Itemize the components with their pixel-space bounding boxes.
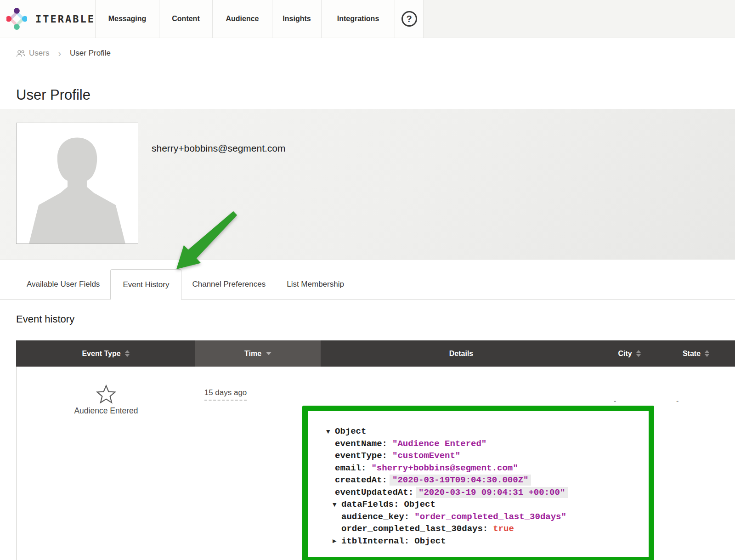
- json-row: audience_key: "order_completed_last_30da…: [326, 511, 642, 523]
- column-header-label: Details: [449, 350, 473, 358]
- json-row: createdAt: "2020-03-19T09:04:30.000Z": [326, 474, 642, 486]
- iterable-diamond-icon: [6, 4, 27, 34]
- user-email: sherry+bobbins@segment.com: [152, 143, 286, 259]
- column-header-city[interactable]: City: [602, 340, 657, 367]
- json-key: eventType:: [335, 451, 387, 461]
- nav-item-integrations[interactable]: Integrations: [322, 0, 395, 38]
- nav-item-insights[interactable]: Insights: [272, 0, 322, 38]
- event-type-label: Audience Entered: [74, 406, 138, 416]
- breadcrumb: Users › User Profile: [16, 48, 735, 58]
- nav-item-label: Audience: [226, 15, 259, 23]
- profile-tabs: Available User Fields Event History Chan…: [0, 269, 735, 300]
- json-tree: ▼ Object eventName: "Audience Entered" e…: [326, 425, 642, 547]
- event-history-table: Event Type Time Details City State: [16, 340, 735, 560]
- json-row: eventType: "customEvent": [326, 450, 642, 462]
- column-header-label: Time: [244, 350, 261, 358]
- tab-list-membership[interactable]: List Membership: [276, 269, 355, 299]
- json-value: "2020-03-19 09:04:31 +00:00": [416, 487, 568, 498]
- brand-logo[interactable]: ITERABLE: [0, 0, 96, 38]
- tab-label: Channel Preferences: [192, 280, 266, 289]
- json-key: createdAt:: [335, 475, 387, 485]
- details-json-annotation-box: ▼ Object eventName: "Audience Entered" e…: [302, 406, 654, 560]
- tab-channel-preferences[interactable]: Channel Preferences: [181, 269, 276, 299]
- nav-item-audience[interactable]: Audience: [213, 0, 272, 38]
- nav-item-content[interactable]: Content: [159, 0, 213, 38]
- column-header-event-type[interactable]: Event Type: [16, 340, 195, 367]
- sort-arrows-icon: [636, 350, 641, 357]
- help-button[interactable]: ?: [395, 0, 424, 38]
- tab-available-user-fields[interactable]: Available User Fields: [16, 269, 110, 299]
- brand-wordmark: ITERABLE: [35, 13, 95, 25]
- nav-item-messaging[interactable]: Messaging: [96, 0, 159, 38]
- nav-item-label: Integrations: [337, 15, 379, 23]
- sorted-desc-icon: [266, 352, 271, 355]
- json-row: email: "sherry+bobbins@segment.com": [326, 462, 642, 475]
- tab-event-history[interactable]: Event History: [110, 269, 181, 300]
- users-icon: [16, 50, 25, 57]
- expander-triangle-icon[interactable]: ▶: [333, 538, 341, 543]
- question-mark-icon: ?: [401, 11, 417, 27]
- column-header-label: Event Type: [82, 350, 120, 358]
- json-row: eventUpdatedAt: "2020-03-19 09:04:31 +00…: [326, 486, 642, 499]
- table-header: Event Type Time Details City State: [16, 340, 735, 367]
- state-cell: -: [676, 397, 678, 405]
- event-type-cell: Audience Entered: [17, 384, 196, 416]
- page-title: User Profile: [16, 86, 735, 104]
- json-value: "sherry+bobbins@segment.com": [371, 463, 518, 473]
- profile-summary-band: sherry+bobbins@segment.com: [0, 109, 735, 260]
- nav-filler: [424, 0, 735, 38]
- tab-label: List Membership: [287, 280, 344, 289]
- json-key: itblInternal:: [341, 536, 409, 546]
- json-row: ▼ Object: [326, 425, 642, 438]
- breadcrumb-users-link[interactable]: Users: [16, 49, 49, 58]
- nav-item-label: Content: [172, 15, 199, 23]
- tab-label: Available User Fields: [27, 280, 100, 289]
- expander-triangle-icon[interactable]: ▼: [333, 502, 341, 507]
- expander-triangle-icon[interactable]: ▼: [326, 429, 335, 434]
- column-header-label: City: [618, 350, 632, 358]
- json-value: Object: [404, 499, 435, 509]
- avatar-silhouette-icon: [17, 123, 138, 243]
- sort-arrows-icon: [705, 350, 709, 357]
- json-row: ▶ itblInternal: Object: [326, 535, 642, 548]
- column-header-state[interactable]: State: [657, 340, 735, 367]
- avatar: [16, 123, 138, 244]
- json-value: "Audience Entered": [392, 439, 486, 449]
- json-key: email:: [335, 463, 366, 473]
- json-value: Object: [335, 426, 366, 436]
- json-value: "order_completed_last_30days": [414, 512, 566, 522]
- nav-items: Messaging Content Audience Insights Inte…: [96, 0, 395, 38]
- json-row: eventName: "Audience Entered": [326, 438, 642, 450]
- column-header-time[interactable]: Time: [195, 340, 321, 367]
- relative-time[interactable]: 15 days ago: [204, 388, 247, 401]
- section-heading: Event history: [16, 312, 735, 326]
- json-row: order_completed_last_30days: true: [326, 523, 642, 535]
- table-row: Audience Entered 15 days ago - - ▼ Objec…: [16, 367, 735, 560]
- breadcrumb-users-label: Users: [29, 49, 49, 58]
- city-cell: -: [614, 397, 616, 405]
- json-key: eventUpdatedAt:: [335, 487, 413, 498]
- nav-item-label: Insights: [283, 15, 311, 23]
- json-value: "2020-03-19T09:04:30.000Z": [390, 475, 531, 486]
- top-nav: ITERABLE Messaging Content Audience Insi…: [0, 0, 735, 38]
- json-key: eventName:: [335, 439, 387, 449]
- column-header-details: Details: [321, 340, 602, 367]
- star-icon: [96, 384, 117, 404]
- chevron-right-icon: ›: [55, 49, 64, 58]
- breadcrumb-current: User Profile: [70, 49, 111, 58]
- json-key: audience_key:: [341, 512, 409, 522]
- json-value: Object: [414, 536, 446, 546]
- json-key: dataFields:: [341, 499, 399, 509]
- json-value: true: [493, 524, 514, 534]
- json-key: order_completed_last_30days:: [341, 524, 488, 534]
- user-profile-page: ITERABLE Messaging Content Audience Insi…: [0, 0, 735, 560]
- time-cell: 15 days ago: [196, 388, 255, 397]
- tab-label: Event History: [123, 280, 169, 289]
- json-value: "customEvent": [392, 451, 460, 461]
- sort-arrows-icon: [125, 350, 130, 357]
- json-row: ▼ dataFields: Object: [326, 498, 642, 511]
- nav-item-label: Messaging: [108, 15, 147, 23]
- column-header-label: State: [683, 350, 701, 358]
